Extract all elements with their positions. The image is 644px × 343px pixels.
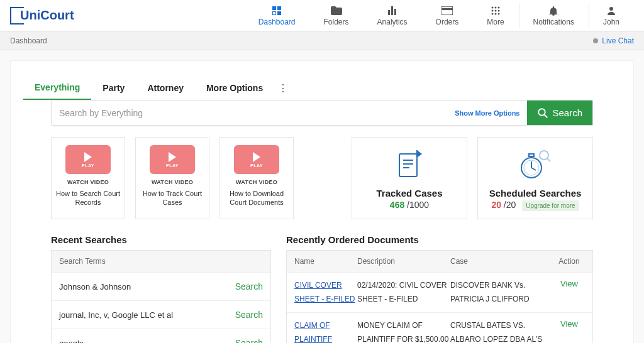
nav-more[interactable]: More (473, 0, 518, 31)
view-action[interactable]: View (553, 279, 585, 288)
kebab-icon[interactable]: ⋮ (278, 82, 288, 94)
play-icon: PLAY (234, 145, 279, 174)
topbar: UniCourt Dashboard Folders Analytics Ord… (0, 0, 644, 31)
tab-party[interactable]: Party (91, 77, 136, 99)
nav-notifications[interactable]: Notifications (519, 0, 589, 31)
show-more-options[interactable]: Show More Options (447, 101, 527, 125)
table-row: CLAIM OF PLAINTIFF MONEY CLAIM OF PLAINT… (287, 312, 592, 343)
svg-point-13 (497, 13, 499, 14)
scheduled-title: Scheduled Searches (489, 188, 582, 199)
video-title: How to Track Court Cases (140, 189, 205, 207)
play-icon: PLAY (150, 145, 195, 174)
tab-attorney[interactable]: Attorney (136, 77, 195, 99)
breadcrumb: Dashboard (10, 36, 47, 45)
svg-point-7 (497, 6, 499, 8)
search-term: Johnson & Johnson (59, 282, 235, 291)
svg-rect-4 (441, 8, 453, 10)
breadcrumb-bar: Dashboard Live Chat (0, 31, 644, 50)
analytics-icon (387, 5, 397, 16)
nav-label: Notifications (533, 18, 574, 26)
doc-case: DISCOVER BANK Vs. PATRICIA J CLIFFORD (450, 279, 553, 306)
search-bar: Show More Options Search (51, 100, 593, 126)
svg-rect-1 (391, 6, 393, 15)
more-icon (491, 5, 500, 16)
nav-dashboard[interactable]: Dashboard (245, 0, 310, 31)
ordered-docs-title: Recently Ordered Documents (286, 234, 593, 245)
live-chat-label: Live Chat (602, 36, 634, 45)
nav-folders[interactable]: Folders (310, 0, 364, 31)
table-row: journal, Inc, v, Google LLC et al Search (52, 300, 270, 329)
search-action[interactable]: Search (235, 338, 263, 343)
recent-searches-table: Search Terms Johnson & Johnson Search jo… (51, 250, 271, 343)
watch-label: WATCH VIDEO (55, 179, 121, 185)
dashboard-icon (272, 5, 281, 16)
doc-name-link[interactable]: CLAIM OF PLAINTIFF (294, 319, 357, 343)
nav-label: Orders (436, 18, 459, 26)
svg-line-16 (545, 114, 548, 117)
tab-more-options[interactable]: More Options (195, 77, 274, 99)
nav-label: More (487, 18, 504, 26)
play-icon: PLAY (65, 145, 111, 174)
search-action[interactable]: Search (235, 310, 263, 320)
view-action[interactable]: View (553, 319, 585, 329)
col-desc: Description (357, 257, 450, 266)
svg-point-28 (540, 151, 548, 160)
search-action[interactable]: Search (235, 281, 263, 291)
svg-point-6 (494, 6, 496, 8)
logo[interactable]: UniCourt (10, 7, 74, 24)
status-dot-icon (593, 38, 598, 43)
nav-user[interactable]: John (589, 0, 634, 31)
video-title: How to Download Court Documents (224, 189, 289, 207)
content: Everything Party Attorney More Options ⋮… (0, 50, 644, 343)
svg-point-14 (609, 7, 613, 11)
nav-label: Dashboard (258, 18, 296, 26)
doc-name-link[interactable]: CIVIL COVER SHEET - E-FILED (294, 279, 357, 306)
search-button-label: Search (552, 107, 582, 118)
video-card-download[interactable]: PLAY WATCH VIDEO How to Download Court D… (219, 137, 294, 219)
svg-line-29 (547, 158, 550, 161)
watch-label: WATCH VIDEO (224, 179, 289, 185)
user-icon (607, 5, 616, 16)
logo-text: UniCourt (20, 8, 74, 23)
nav-analytics[interactable]: Analytics (364, 0, 422, 31)
bell-icon (549, 5, 558, 16)
nav-orders[interactable]: Orders (422, 0, 474, 31)
doc-desc: 02/14/2020: CIVIL COVER SHEET - E-FILED (357, 279, 450, 306)
col-search-terms: Search Terms (59, 257, 106, 266)
svg-point-8 (491, 9, 493, 11)
tab-everything[interactable]: Everything (23, 76, 91, 100)
search-button[interactable]: Search (527, 101, 592, 125)
search-term: journal, Inc, v, Google LLC et al (59, 310, 235, 320)
table-header: Name Description Case Action (287, 251, 592, 272)
nav-label: Analytics (377, 18, 408, 26)
stopwatch-search-icon (515, 146, 555, 182)
nav-label: Folders (324, 18, 349, 26)
ordered-docs-table: Name Description Case Action CIVIL COVER… (286, 250, 593, 343)
table-row: google Search (52, 329, 270, 343)
tracked-value: 468 /1000 (390, 200, 429, 210)
logo-bracket-icon (10, 7, 19, 24)
document-flag-icon (392, 146, 427, 182)
orders-icon (441, 5, 453, 16)
ordered-documents: Recently Ordered Documents Name Descript… (286, 234, 593, 343)
col-action: Action (553, 257, 585, 266)
video-card-search[interactable]: PLAY WATCH VIDEO How to Search Court Rec… (51, 137, 125, 219)
svg-rect-2 (394, 9, 396, 15)
video-card-track[interactable]: PLAY WATCH VIDEO How to Track Court Case… (135, 137, 209, 219)
svg-point-12 (494, 13, 496, 14)
doc-case: CRUSTAL BATES VS. ALBARO LOPEZ DBA AL'S … (450, 319, 553, 343)
search-icon (537, 107, 548, 119)
recent-searches-title: Recent Searches (51, 234, 271, 245)
tracked-title: Tracked Cases (376, 188, 442, 199)
tracked-cases-card[interactable]: Tracked Cases 468 /1000 (352, 137, 467, 219)
doc-desc: MONEY CLAIM OF PLAINTIFF FOR $1,500.00 F… (357, 319, 450, 343)
bottom-row: Recent Searches Search Terms Johnson & J… (11, 234, 633, 343)
cards-row: PLAY WATCH VIDEO How to Search Court Rec… (11, 137, 633, 234)
scheduled-searches-card[interactable]: Scheduled Searches 20 /20 Upgrade for mo… (477, 137, 593, 219)
folder-icon (331, 5, 342, 16)
live-chat[interactable]: Live Chat (593, 36, 634, 45)
upgrade-link[interactable]: Upgrade for more (522, 200, 579, 211)
svg-point-9 (494, 9, 496, 11)
search-tabs: Everything Party Attorney More Options ⋮ (11, 76, 633, 100)
search-input[interactable] (52, 101, 447, 125)
